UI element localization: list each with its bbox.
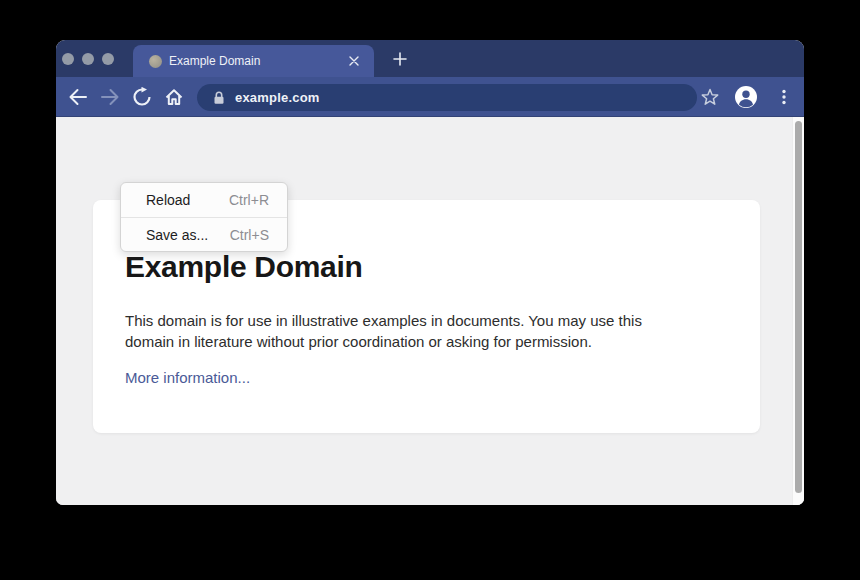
forward-arrow-icon [100,88,120,106]
url-text: example.com [235,90,320,105]
back-button[interactable] [62,81,94,113]
home-icon [164,87,184,107]
close-icon [349,56,359,66]
paragraph-line-2: domain in literature without prior coord… [125,331,728,352]
browser-menu-button[interactable] [768,81,800,113]
tab-title: Example Domain [169,54,374,68]
reload-icon [132,87,152,107]
scrollbar-thumb[interactable] [795,121,802,493]
page-title: Example Domain [125,250,728,284]
toolbar: example.com [56,77,804,117]
menu-item-shortcut: Ctrl+S [230,227,269,243]
paragraph-line-1: This domain is for use in illustrative e… [125,310,728,331]
menu-item-label: Save as... [146,227,208,243]
screenshot-stage: Example Domain [0,0,860,580]
avatar-icon [734,85,758,109]
new-tab-button[interactable] [388,47,412,71]
scrollbar-track[interactable] [792,117,804,505]
menu-item-shortcut: Ctrl+R [229,192,269,208]
browser-tab[interactable]: Example Domain [133,45,374,77]
reload-button[interactable] [126,81,158,113]
forward-button[interactable] [94,81,126,113]
kebab-menu-icon [774,87,794,107]
window-minimize-button[interactable] [82,53,94,65]
context-menu-item-save-as[interactable]: Save as... Ctrl+S [121,217,287,251]
bookmark-button[interactable] [694,81,726,113]
titlebar: Example Domain [56,40,804,77]
context-menu: Reload Ctrl+R Save as... Ctrl+S [120,182,288,252]
page-viewport: Example Domain This domain is for use in… [56,117,804,505]
browser-window: Example Domain [56,40,804,505]
page-paragraph: This domain is for use in illustrative e… [125,310,728,352]
tab-close-button[interactable] [346,53,362,69]
star-icon [699,86,721,108]
menu-item-label: Reload [146,192,190,208]
address-bar[interactable]: example.com [197,84,697,111]
plus-icon [393,52,407,66]
home-button[interactable] [158,81,190,113]
padlock-icon[interactable] [211,90,227,106]
context-menu-item-reload[interactable]: Reload Ctrl+R [121,183,287,217]
profile-button[interactable] [730,81,762,113]
more-information-link[interactable]: More information... [125,369,250,386]
traffic-lights [62,53,114,65]
back-arrow-icon [68,88,88,106]
window-zoom-button[interactable] [102,53,114,65]
window-close-button[interactable] [62,53,74,65]
favicon-globe-icon [149,55,162,68]
